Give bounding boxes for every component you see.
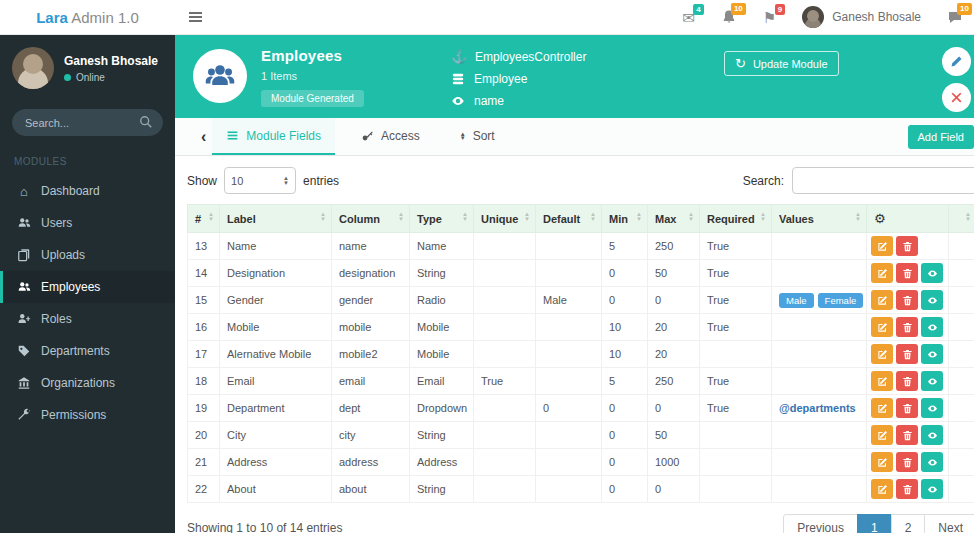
view-field-button[interactable] xyxy=(921,452,943,472)
view-field-button[interactable] xyxy=(921,344,943,364)
delete-field-button[interactable] xyxy=(896,452,918,472)
pagination-next[interactable]: Next xyxy=(924,514,974,533)
cell-extra xyxy=(949,233,974,260)
brand-logo[interactable]: Lara Admin 1.0 xyxy=(0,9,175,26)
sort-icon[interactable]: ▲▼ xyxy=(855,212,861,221)
col-values[interactable]: Values▲▼ xyxy=(772,205,867,233)
edit-field-button[interactable] xyxy=(871,290,893,310)
sort-icon[interactable]: ▲▼ xyxy=(636,212,642,221)
delete-field-button[interactable] xyxy=(896,398,918,418)
col-unique[interactable]: Unique▲▼ xyxy=(474,205,536,233)
sidebar-item-dashboard[interactable]: ⌂ Dashboard xyxy=(0,175,175,207)
sidebar-toggle-icon[interactable] xyxy=(189,12,202,22)
edit-field-button[interactable] xyxy=(871,425,893,445)
delete-field-button[interactable] xyxy=(896,263,918,283)
col-required[interactable]: Required▲▼ xyxy=(700,205,772,233)
tab-sort[interactable]: ▲▼ Sort xyxy=(446,118,509,155)
sidebar-item-roles[interactable]: Roles xyxy=(0,303,175,335)
showing-entries-text: Showing 1 to 10 of 14 entries xyxy=(187,521,342,533)
sort-icon[interactable]: ▲▼ xyxy=(398,212,404,221)
pagination-page-2[interactable]: 2 xyxy=(891,514,926,533)
table-search: Search: xyxy=(743,167,974,194)
edit-field-button[interactable] xyxy=(871,479,893,499)
delete-field-button[interactable] xyxy=(896,317,918,337)
flags-icon[interactable]: ⚑9 xyxy=(763,10,776,25)
page-size-select[interactable]: 10 ▲▼ xyxy=(224,167,296,194)
delete-field-button[interactable] xyxy=(896,425,918,445)
edit-field-button[interactable] xyxy=(871,344,893,364)
sort-icon[interactable]: ▲▼ xyxy=(688,212,694,221)
messages-icon[interactable]: ✉4 xyxy=(682,10,695,25)
table-body: 13NamenameName5250True14Designationdesig… xyxy=(188,233,974,503)
tab-module-fields[interactable]: Module Fields xyxy=(212,118,335,155)
edit-field-button[interactable] xyxy=(871,236,893,256)
edit-field-button[interactable] xyxy=(871,398,893,418)
add-field-button[interactable]: Add Field xyxy=(908,125,974,149)
sort-icon[interactable]: ▲▼ xyxy=(965,212,971,221)
view-field-button[interactable] xyxy=(921,290,943,310)
col-type[interactable]: Type▲▼ xyxy=(410,205,474,233)
view-field-button[interactable] xyxy=(921,371,943,391)
col-label[interactable]: Label▲▼ xyxy=(220,205,332,233)
edit-module-button[interactable] xyxy=(942,47,971,76)
view-field-button[interactable] xyxy=(921,398,943,418)
cell-num: 18 xyxy=(188,368,220,395)
module-model: Employee xyxy=(474,72,527,86)
users-icon xyxy=(17,216,31,230)
comments-icon[interactable]: 10 xyxy=(947,9,963,25)
cell-actions xyxy=(867,314,949,341)
view-field-button[interactable] xyxy=(921,317,943,337)
close-module-button[interactable] xyxy=(942,83,971,112)
delete-field-button[interactable] xyxy=(896,344,918,364)
col-min[interactable]: Min▲▼ xyxy=(602,205,648,233)
col-default[interactable]: Default▲▼ xyxy=(536,205,602,233)
sort-icon[interactable]: ▲▼ xyxy=(208,212,214,221)
col-extra[interactable]: ▲▼ xyxy=(949,205,974,233)
notifications-bell-icon[interactable]: 10 xyxy=(721,9,737,25)
sidebar-item-permissions[interactable]: Permissions xyxy=(0,399,175,431)
cell-default xyxy=(536,422,602,449)
edit-field-button[interactable] xyxy=(871,317,893,337)
delete-field-button[interactable] xyxy=(896,371,918,391)
tab-access[interactable]: Access xyxy=(347,118,434,155)
update-module-button[interactable]: ↻ Update Module xyxy=(724,51,839,76)
delete-field-button[interactable] xyxy=(896,236,918,256)
eye-icon xyxy=(927,403,938,414)
col-num[interactable]: #▲▼ xyxy=(188,205,220,233)
view-field-button[interactable] xyxy=(921,263,943,283)
edit-icon xyxy=(877,349,888,360)
pagination-page-1[interactable]: 1 xyxy=(857,514,892,533)
edit-field-button[interactable] xyxy=(871,371,893,391)
back-chevron-icon[interactable]: ‹ xyxy=(195,128,212,146)
cell-column: email xyxy=(332,368,410,395)
search-icon[interactable] xyxy=(139,115,153,129)
sort-icon[interactable]: ▲▼ xyxy=(590,212,596,221)
cell-extra xyxy=(949,395,974,422)
delete-field-button[interactable] xyxy=(896,479,918,499)
table-search-input[interactable] xyxy=(792,167,974,194)
values-reference-link[interactable]: @departments xyxy=(779,402,856,414)
cell-label: About xyxy=(220,476,332,503)
sort-icon[interactable]: ▲▼ xyxy=(760,212,766,221)
user-menu[interactable]: Ganesh Bhosale xyxy=(802,6,921,28)
sidebar-item-organizations[interactable]: Organizations xyxy=(0,367,175,399)
sidebar-item-uploads[interactable]: Uploads xyxy=(0,239,175,271)
sidebar-item-users[interactable]: Users xyxy=(0,207,175,239)
sort-icon[interactable]: ▲▼ xyxy=(524,212,530,221)
edit-field-button[interactable] xyxy=(871,263,893,283)
pagination-previous[interactable]: Previous xyxy=(783,514,858,533)
cell-unique xyxy=(474,233,536,260)
edit-field-button[interactable] xyxy=(871,452,893,472)
view-field-button[interactable] xyxy=(921,479,943,499)
view-field-button[interactable] xyxy=(921,425,943,445)
col-column[interactable]: Column▲▼ xyxy=(332,205,410,233)
sort-icon[interactable]: ▲▼ xyxy=(320,212,326,221)
cell-required: True xyxy=(700,395,772,422)
delete-field-button[interactable] xyxy=(896,290,918,310)
col-max[interactable]: Max▲▼ xyxy=(648,205,700,233)
database-icon xyxy=(451,72,465,86)
sidebar-item-departments[interactable]: Departments xyxy=(0,335,175,367)
sort-icon[interactable]: ▲▼ xyxy=(462,212,468,221)
sidebar-item-employees[interactable]: Employees xyxy=(0,271,175,303)
user-plus-icon xyxy=(17,312,31,326)
